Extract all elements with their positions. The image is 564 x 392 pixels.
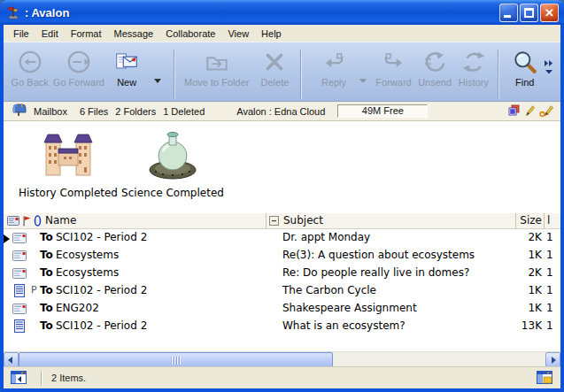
message-type-icon[interactable] bbox=[7, 216, 19, 228]
column-divider[interactable] bbox=[544, 213, 545, 228]
maximize-icon[interactable] bbox=[520, 4, 538, 22]
attachment-icon[interactable] bbox=[34, 215, 42, 229]
column-divider[interactable] bbox=[266, 213, 267, 228]
toolbar-overflow-chevron-icon[interactable] bbox=[543, 59, 556, 79]
account-label: Avalon : Edna Cloud bbox=[236, 106, 325, 117]
menu-edit[interactable]: Edit bbox=[35, 27, 65, 41]
reply-dropdown-arrow-icon[interactable] bbox=[359, 79, 367, 83]
expand-pane-icon[interactable] bbox=[537, 371, 552, 386]
go-forward-label: Go Forward bbox=[53, 77, 104, 88]
menu-format[interactable]: Format bbox=[65, 27, 108, 41]
document-icon bbox=[14, 284, 25, 300]
scroll-right-arrow-icon[interactable] bbox=[545, 352, 560, 367]
size-cell: 2K bbox=[528, 231, 542, 243]
scroll-left-arrow-icon[interactable] bbox=[4, 352, 19, 367]
close-icon[interactable]: ✕ bbox=[540, 4, 559, 22]
files-count: 6 Files bbox=[80, 106, 108, 117]
minus-box-icon[interactable] bbox=[269, 216, 279, 228]
info-bar: Mailbox 6 Files 2 Folders 1 Deleted Aval… bbox=[4, 102, 560, 121]
recipient-cell: ENG202 bbox=[56, 302, 99, 314]
flag-icon[interactable] bbox=[22, 216, 31, 229]
size-cell: 1K bbox=[528, 284, 542, 296]
date-cell: 1 bbox=[546, 319, 553, 332]
delete-button[interactable]: Delete bbox=[254, 47, 297, 88]
folders-count: 2 Folders bbox=[115, 106, 156, 117]
unsend-button[interactable]: Unsend bbox=[415, 47, 454, 88]
message-row[interactable]: To ENG202 Shakespeare Assignment 1K 1 bbox=[4, 300, 560, 318]
recipient-cell: SCI102 - Period 2 bbox=[56, 284, 147, 296]
to-label: To bbox=[40, 284, 53, 296]
scrollbar-thumb[interactable] bbox=[19, 352, 333, 367]
building-icon bbox=[40, 130, 97, 183]
size-cell: 2K bbox=[528, 266, 542, 279]
recipient-cell: SCI102 - Period 2 bbox=[56, 319, 147, 332]
message-row[interactable]: P To SCI102 - Period 2 The Carbon Cycle … bbox=[4, 282, 560, 300]
toolbar-separator bbox=[300, 50, 302, 99]
flag-cell: P bbox=[31, 284, 37, 296]
go-forward-icon bbox=[65, 49, 93, 75]
envelope-icon bbox=[12, 268, 27, 281]
shortcut-history-completed[interactable]: History Completed bbox=[12, 130, 124, 199]
status-bar: 2 Items. bbox=[4, 366, 560, 388]
toolbar-separator bbox=[498, 50, 499, 99]
history-icon bbox=[460, 49, 488, 75]
title-bar[interactable]: : Avalon ✕ bbox=[0, 0, 564, 25]
to-label: To bbox=[40, 302, 53, 314]
column-header-name[interactable]: Name bbox=[45, 214, 76, 227]
document-icon bbox=[14, 319, 25, 335]
to-label: To bbox=[40, 266, 53, 279]
avalon-window: : Avalon ✕ File Edit Format Message Coll… bbox=[0, 0, 564, 392]
subject-cell: Re: Do people really live in domes? bbox=[282, 266, 469, 279]
recipient-cell: SCI102 - Period 2 bbox=[56, 231, 147, 243]
column-divider[interactable] bbox=[515, 213, 516, 228]
shortcut-label: Science Completed bbox=[117, 187, 228, 199]
column-header-subject[interactable]: Subject bbox=[283, 214, 323, 227]
menu-file[interactable]: File bbox=[7, 27, 35, 41]
list-header: Name Subject Size l bbox=[4, 213, 560, 229]
menu-view[interactable]: View bbox=[221, 27, 255, 41]
date-cell: 1 bbox=[546, 249, 553, 261]
layout-squares-icon[interactable] bbox=[508, 104, 520, 118]
minimize-icon[interactable] bbox=[499, 4, 518, 22]
move-to-folder-button[interactable]: Move to Folder bbox=[180, 47, 254, 88]
envelope-icon bbox=[12, 233, 27, 246]
column-header-last[interactable]: l bbox=[547, 214, 550, 227]
go-forward-button[interactable]: Go Forward bbox=[52, 47, 104, 88]
reply-icon bbox=[320, 49, 348, 75]
flask-icon bbox=[145, 130, 200, 183]
pencil-icon[interactable] bbox=[524, 104, 535, 119]
message-row[interactable]: To Ecosystems Re(3): A question about ec… bbox=[4, 247, 560, 265]
to-label: To bbox=[40, 231, 53, 243]
envelope-icon bbox=[12, 250, 27, 264]
new-dropdown-arrow-icon[interactable] bbox=[154, 79, 161, 83]
collapse-pane-icon[interactable] bbox=[11, 371, 27, 386]
message-row[interactable]: To SCI102 - Period 2 What is an ecosyste… bbox=[4, 318, 560, 335]
message-list: To SCI102 - Period 2 Dr. appt Monday 2K … bbox=[4, 229, 560, 351]
delete-icon bbox=[260, 49, 289, 75]
forward-button[interactable]: Forward bbox=[372, 47, 416, 88]
history-label: History bbox=[459, 77, 489, 88]
menu-help[interactable]: Help bbox=[255, 27, 288, 41]
new-message-icon bbox=[112, 49, 141, 75]
deleted-count: 1 Deleted bbox=[163, 106, 205, 117]
message-row[interactable]: To Ecosystems Re: Do people really live … bbox=[4, 265, 560, 282]
find-button[interactable]: Find bbox=[507, 47, 543, 88]
column-header-size[interactable]: Size bbox=[520, 214, 542, 227]
subject-cell: Shakespeare Assignment bbox=[282, 302, 417, 314]
horizontal-scrollbar[interactable] bbox=[4, 351, 560, 366]
new-button[interactable]: New bbox=[104, 47, 149, 88]
size-cell: 1K bbox=[528, 249, 542, 261]
toolbar: Go Back Go Forward bbox=[4, 42, 560, 102]
move-to-folder-label: Move to Folder bbox=[184, 77, 249, 88]
pencil-key-icon[interactable] bbox=[539, 104, 553, 119]
menu-message[interactable]: Message bbox=[108, 27, 160, 41]
message-row[interactable]: To SCI102 - Period 2 Dr. appt Monday 2K … bbox=[4, 229, 560, 247]
reply-button[interactable]: Reply bbox=[312, 47, 356, 88]
unsend-label: Unsend bbox=[418, 77, 452, 88]
firstclass-flag-icon bbox=[5, 5, 20, 19]
shortcut-science-completed[interactable]: Science Completed bbox=[117, 130, 228, 199]
date-cell: 1 bbox=[546, 284, 553, 296]
go-back-button[interactable]: Go Back bbox=[7, 47, 52, 88]
history-button[interactable]: History bbox=[454, 47, 493, 88]
menu-collaborate[interactable]: Collaborate bbox=[159, 27, 221, 41]
